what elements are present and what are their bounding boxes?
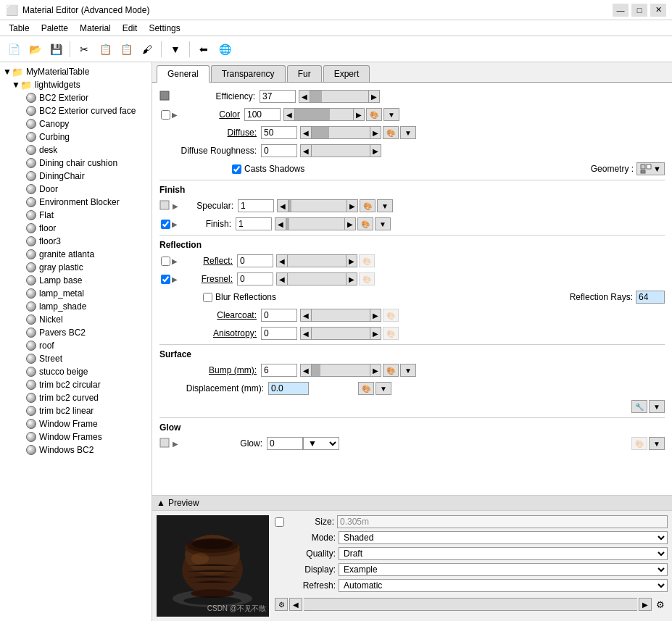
slider-left[interactable]: ◀ xyxy=(300,144,312,157)
color-checkbox[interactable] xyxy=(161,110,170,120)
toolbar-cut[interactable]: ✂ xyxy=(75,40,94,59)
reflect-input[interactable] xyxy=(237,254,273,267)
finish-texture-btn[interactable]: 🎨 xyxy=(357,217,373,230)
maximize-button[interactable]: □ xyxy=(631,4,647,17)
specular-menu-btn[interactable]: ▼ xyxy=(377,199,393,212)
list-item[interactable]: DiningChair xyxy=(0,170,152,183)
specular-input[interactable] xyxy=(238,199,274,212)
anisotropy-icon-btn[interactable]: 🎨 xyxy=(383,327,399,340)
diffuse-input[interactable] xyxy=(261,126,297,139)
preview-mode-select[interactable]: Shaded Wireframe Solid xyxy=(339,531,668,544)
preview-display-select[interactable]: Example Custom xyxy=(339,563,668,576)
bump-menu-btn[interactable]: ▼ xyxy=(400,364,416,377)
list-item[interactable]: BC2 Exterior xyxy=(0,91,152,104)
preview-nav-track[interactable] xyxy=(304,598,637,611)
preview-refresh-select[interactable]: Automatic Manual xyxy=(339,579,668,592)
list-item[interactable]: Pavers BC2 xyxy=(0,326,152,339)
color-input[interactable] xyxy=(244,108,281,121)
list-item[interactable]: trim bc2 linear xyxy=(0,404,152,417)
preview-size-checkbox[interactable] xyxy=(275,517,284,527)
list-item[interactable]: Canopy xyxy=(0,117,152,130)
displacement-texture-btn[interactable]: 🎨 xyxy=(358,382,374,395)
preview-size-input[interactable] xyxy=(337,515,668,528)
slider-track[interactable] xyxy=(286,217,344,230)
close-button[interactable]: ✕ xyxy=(650,4,666,17)
minimize-button[interactable]: — xyxy=(613,4,629,17)
slider-left[interactable]: ◀ xyxy=(300,327,312,340)
toolbar-filter[interactable]: ▼ xyxy=(166,40,185,59)
fresnel-icon-btn[interactable]: 🎨 xyxy=(359,272,375,286)
slider-track[interactable] xyxy=(312,309,370,322)
list-item[interactable]: floor xyxy=(0,222,152,235)
blur-reflections-checkbox[interactable] xyxy=(203,293,212,302)
menu-edit[interactable]: Edit xyxy=(117,22,144,35)
list-item[interactable]: Door xyxy=(0,183,152,196)
list-item[interactable]: Street xyxy=(0,352,152,365)
toolbar-save[interactable]: 💾 xyxy=(46,40,65,59)
preview-nav-right[interactable]: ▶ xyxy=(639,598,652,611)
toolbar-paste[interactable]: 📋 xyxy=(117,40,136,59)
slider-left[interactable]: ◀ xyxy=(300,364,312,377)
preview-settings-icon[interactable]: ⚙ xyxy=(653,598,668,611)
bump-input[interactable] xyxy=(261,364,297,377)
tab-general[interactable]: General xyxy=(157,65,210,83)
slider-right[interactable]: ▶ xyxy=(370,364,381,377)
menu-table[interactable]: Table xyxy=(3,22,36,35)
diffuse-menu-btn[interactable]: ▼ xyxy=(400,126,416,139)
reflect-checkbox[interactable] xyxy=(161,257,170,266)
slider-left[interactable]: ◀ xyxy=(276,272,288,286)
toolbar-new[interactable]: 📄 xyxy=(4,40,23,59)
slider-left[interactable]: ◀ xyxy=(283,108,295,121)
preview-header[interactable]: ▲ Preview xyxy=(152,496,672,511)
surface-extra-btn[interactable]: 🔧 xyxy=(631,400,647,413)
slider-right[interactable]: ▶ xyxy=(346,272,357,286)
list-item[interactable]: lamp_shade xyxy=(0,300,152,313)
list-item[interactable]: Curbing xyxy=(0,130,152,143)
list-item[interactable]: Dining chair cushion xyxy=(0,157,152,170)
slider-left[interactable]: ◀ xyxy=(276,254,288,267)
slider-track[interactable] xyxy=(288,254,346,267)
slider-right[interactable]: ▶ xyxy=(370,327,381,340)
slider-right[interactable]: ▶ xyxy=(370,126,381,139)
slider-track[interactable] xyxy=(312,126,370,139)
clearcoat-input[interactable] xyxy=(261,309,297,322)
list-item[interactable]: roof xyxy=(0,339,152,352)
tab-transparency[interactable]: Transparency xyxy=(211,65,286,82)
toolbar-copy[interactable]: 📋 xyxy=(96,40,115,59)
list-item[interactable]: Flat xyxy=(0,209,152,222)
slider-left[interactable]: ◀ xyxy=(299,90,310,103)
tree-group-lightwidgets[interactable]: ▼ 📁 lightwidgets xyxy=(0,78,152,91)
specular-texture-btn[interactable]: 🎨 xyxy=(360,199,376,212)
slider-left[interactable]: ◀ xyxy=(300,309,312,322)
reflect-icon-btn[interactable]: 🎨 xyxy=(359,254,375,267)
toolbar-open[interactable]: 📂 xyxy=(25,40,44,59)
glow-dropdown[interactable]: ▼ xyxy=(303,437,339,450)
slider-right[interactable]: ▶ xyxy=(344,217,356,230)
menu-settings[interactable]: Settings xyxy=(143,22,186,35)
menu-palette[interactable]: Palette xyxy=(36,22,74,35)
tab-expert[interactable]: Expert xyxy=(323,65,370,82)
slider-right[interactable]: ▶ xyxy=(368,90,380,103)
fresnel-checkbox[interactable] xyxy=(161,275,170,284)
glow-icon-btn[interactable]: 🎨 xyxy=(631,437,647,450)
color-texture-btn[interactable]: 🎨 xyxy=(366,108,382,121)
clearcoat-icon-btn[interactable]: 🎨 xyxy=(383,309,399,322)
slider-track[interactable] xyxy=(312,364,370,377)
preview-nav-icon[interactable]: ⚙ xyxy=(275,598,288,611)
list-item[interactable]: Window Frame xyxy=(0,417,152,430)
fresnel-input[interactable] xyxy=(237,272,273,286)
preview-quality-select[interactable]: Draft Good Best xyxy=(339,547,668,560)
displacement-input[interactable] xyxy=(268,382,309,395)
bump-texture-btn[interactable]: 🎨 xyxy=(383,364,399,377)
list-item[interactable]: BC2 Exterior curved face xyxy=(0,104,152,117)
tree-root-node[interactable]: ▼ 📁 MyMaterialTable xyxy=(0,65,152,78)
list-item[interactable]: Environment Blocker xyxy=(0,196,152,209)
finish-menu-btn[interactable]: ▼ xyxy=(375,217,391,230)
slider-right[interactable]: ▶ xyxy=(347,199,358,212)
list-item[interactable]: trim bc2 curved xyxy=(0,391,152,404)
slider-track[interactable] xyxy=(295,108,353,121)
list-item[interactable]: gray plastic xyxy=(0,261,152,274)
anisotropy-input[interactable] xyxy=(261,327,297,340)
slider-left[interactable]: ◀ xyxy=(300,126,312,139)
glow-input[interactable] xyxy=(267,437,303,450)
